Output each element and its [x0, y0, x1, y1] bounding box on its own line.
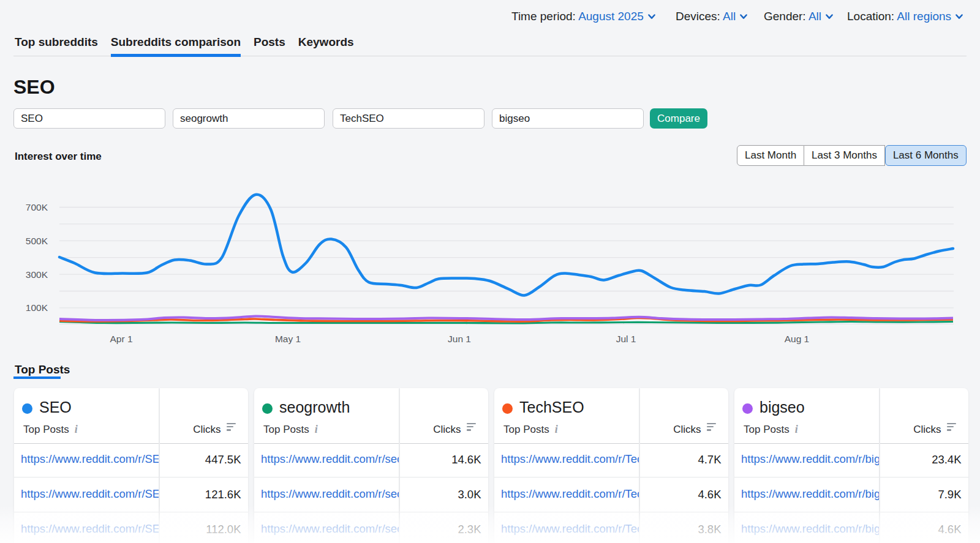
svg-text:May 1: May 1: [275, 334, 301, 344]
svg-text:Aug 1: Aug 1: [785, 334, 810, 344]
svg-text:300K: 300K: [26, 269, 48, 280]
svg-text:Apr 1: Apr 1: [110, 334, 132, 344]
svg-text:Jun 1: Jun 1: [448, 334, 471, 344]
svg-text:500K: 500K: [26, 236, 48, 246]
svg-text:Jul 1: Jul 1: [616, 334, 636, 344]
svg-text:700K: 700K: [26, 202, 48, 212]
svg-text:100K: 100K: [26, 302, 48, 313]
